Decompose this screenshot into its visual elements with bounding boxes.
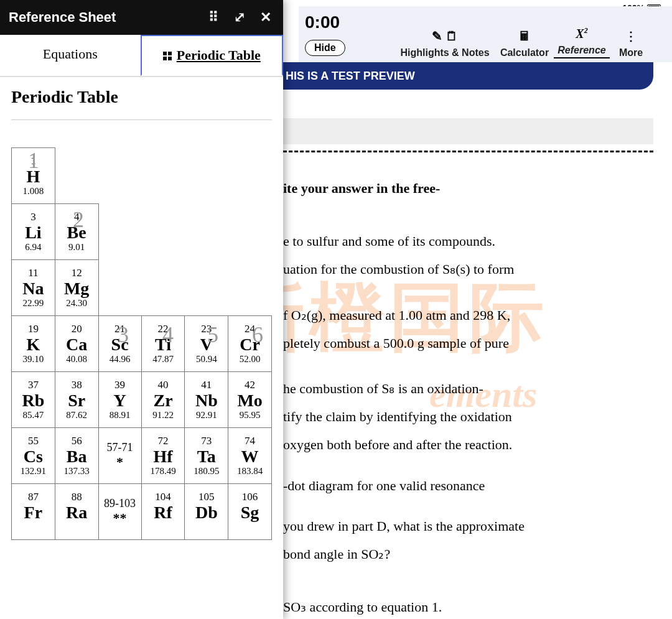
- element-cell-Ra: 88Ra: [55, 484, 98, 540]
- divider: [11, 119, 272, 120]
- tool-label: Calculator: [500, 47, 549, 58]
- tab-label: Periodic Table: [177, 47, 261, 63]
- q-line: pletely combust a 500.0 g sample of pure: [283, 332, 653, 354]
- lanthanide-actinide-range: 57-71*: [98, 428, 141, 484]
- element-cell-Li: 3Li6.94: [12, 204, 55, 260]
- q-line: SO₃ according to equation 1.: [283, 596, 653, 618]
- group-label: 2: [56, 207, 101, 233]
- element-cell-Ba: 56Ba137.33: [55, 428, 98, 484]
- element-cell-Sr: 38Sr87.62: [55, 372, 98, 428]
- tab-equations[interactable]: Equations: [0, 35, 141, 76]
- dashed-divider: [283, 151, 653, 152]
- tool-label: Reference: [558, 45, 605, 55]
- element-cell-Cs: 55Cs132.91: [12, 428, 55, 484]
- element-cell-Fr: 87Fr: [12, 484, 55, 540]
- group-label: 5: [190, 322, 235, 348]
- tool-label: Highlights & Notes: [400, 47, 489, 58]
- element-cell-W: 74W183.84: [228, 428, 272, 484]
- tool-calculator[interactable]: 🖩 Calculator: [497, 29, 553, 58]
- hide-button[interactable]: Hide: [305, 40, 345, 56]
- q-line: -dot diagram for one valid resonance: [283, 475, 653, 496]
- tab-periodic-table[interactable]: Periodic Table: [141, 35, 284, 76]
- tool-more[interactable]: ⋮ More: [612, 29, 650, 58]
- element-cell-Rf: 104Rf: [141, 484, 185, 540]
- reference-header: Reference Sheet ⠿ ⤢ ✕: [0, 0, 283, 35]
- element-cell-Ta: 73Ta180.95: [185, 428, 228, 484]
- grey-block: [283, 118, 653, 144]
- question-prompt: ite your answer in the free-: [283, 177, 653, 199]
- element-cell-Y: 39Y88.91: [98, 372, 141, 428]
- q-line: bond angle in SO₂?: [283, 543, 653, 565]
- q-line: f O₂(g), measured at 1.00 atm and 298 K,: [283, 304, 653, 326]
- q-line: uation for the combustion of S₈(s) to fo…: [283, 258, 653, 280]
- element-cell-Sg: 106Sg: [228, 484, 272, 540]
- pencil-note-icon: ✎ 🗒: [395, 29, 495, 44]
- reference-panel: Reference Sheet ⠿ ⤢ ✕ Equations Periodic…: [0, 0, 283, 619]
- element-cell-Hf: 72Hf178.49: [141, 428, 185, 484]
- periodic-heading: Periodic Table: [11, 87, 272, 107]
- x-squared-icon: X2: [554, 26, 610, 41]
- preview-banner: HIS IS A TEST PREVIEW: [283, 62, 653, 90]
- element-cell-Nb: 41Nb92.91: [185, 372, 228, 428]
- tool-reference[interactable]: X2 Reference: [554, 26, 610, 58]
- element-cell-Ca: 20Ca40.08: [55, 316, 98, 372]
- close-icon[interactable]: ✕: [257, 9, 274, 26]
- element-cell-Db: 105Db: [185, 484, 228, 540]
- tool-highlights[interactable]: ✎ 🗒 Highlights & Notes: [395, 29, 495, 58]
- lanthanide-actinide-range: 89-103**: [98, 484, 141, 540]
- element-cell-Mo: 42Mo95.95: [228, 372, 272, 428]
- periodic-table: 1234561H1.0083Li6.944Be9.0111Na22.9912Mg…: [11, 147, 272, 540]
- kebab-icon: ⋮: [612, 29, 650, 44]
- group-label: 1: [11, 147, 56, 174]
- drag-handle-icon[interactable]: ⠿: [205, 9, 222, 26]
- reference-title: Reference Sheet: [9, 9, 116, 26]
- q-line: oxygen both before and after the reactio…: [283, 434, 653, 455]
- tool-label: More: [619, 47, 643, 58]
- reference-body[interactable]: Periodic Table 1234561H1.0083Li6.944Be9.…: [0, 77, 283, 619]
- group-label: 3: [101, 322, 146, 348]
- element-cell-Rb: 37Rb85.47: [12, 372, 55, 428]
- group-label: 6: [235, 322, 280, 348]
- element-cell-Mg: 12Mg24.30: [55, 260, 98, 316]
- q-line: he combustion of S₈ is an oxidation-: [283, 378, 653, 399]
- group-label: 4: [146, 322, 190, 348]
- q-line: e to sulfur and some of its compounds.: [283, 230, 653, 252]
- element-cell-K: 19K39.10: [12, 316, 55, 372]
- grid-icon: [163, 52, 174, 60]
- top-toolbar: 0:00 Hide ✎ 🗒 Highlights & Notes 🖩 Calcu…: [299, 6, 672, 62]
- calculator-icon: 🖩: [497, 29, 553, 44]
- timer: 0:00: [305, 14, 340, 31]
- q-line: tify the claim by identifying the oxidat…: [283, 406, 653, 427]
- q-line: you drew in part D, what is the approxim…: [283, 515, 653, 537]
- expand-icon[interactable]: ⤢: [231, 9, 248, 26]
- reference-tabs: Equations Periodic Table: [0, 35, 283, 77]
- question-body: ite your answer in the free- e to sulfur…: [283, 93, 653, 619]
- element-cell-Na: 11Na22.99: [12, 260, 55, 316]
- element-cell-Zr: 40Zr91.22: [141, 372, 185, 428]
